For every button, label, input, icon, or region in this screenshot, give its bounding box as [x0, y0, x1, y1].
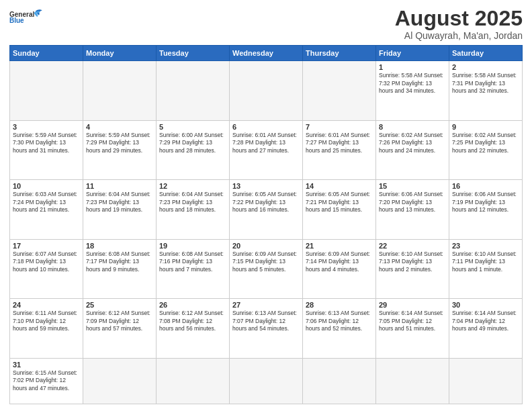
- day-info: Sunrise: 6:02 AM Sunset: 7:26 PM Dayligh…: [379, 132, 446, 154]
- day-number: 16: [452, 182, 519, 190]
- day-number: 26: [159, 301, 226, 309]
- calendar-week-5: 24Sunrise: 6:11 AM Sunset: 7:10 PM Dayli…: [10, 299, 523, 359]
- day-info: Sunrise: 6:03 AM Sunset: 7:24 PM Dayligh…: [13, 191, 80, 214]
- day-number: 29: [379, 301, 446, 309]
- calendar-cell: [303, 358, 376, 404]
- day-info: Sunrise: 6:08 AM Sunset: 7:16 PM Dayligh…: [159, 250, 226, 273]
- day-number: 13: [232, 182, 300, 190]
- day-number: 2: [452, 63, 519, 71]
- day-number: 10: [13, 182, 80, 190]
- calendar-cell: 4Sunrise: 5:59 AM Sunset: 7:29 PM Daylig…: [83, 120, 157, 180]
- calendar-cell: [157, 358, 230, 404]
- calendar-cell: 10Sunrise: 6:03 AM Sunset: 7:24 PM Dayli…: [10, 180, 83, 240]
- day-number: 27: [232, 301, 300, 309]
- calendar-table: SundayMondayTuesdayWednesdayThursdayFrid…: [9, 45, 523, 404]
- calendar-cell: [449, 358, 523, 404]
- day-number: 7: [306, 123, 373, 131]
- day-info: Sunrise: 6:09 AM Sunset: 7:15 PM Dayligh…: [232, 250, 300, 273]
- calendar-cell: 9Sunrise: 6:02 AM Sunset: 7:25 PM Daylig…: [449, 120, 523, 180]
- day-info: Sunrise: 6:01 AM Sunset: 7:28 PM Dayligh…: [232, 132, 300, 154]
- day-info: Sunrise: 6:15 AM Sunset: 7:02 PM Dayligh…: [13, 369, 80, 392]
- weekday-header-saturday: Saturday: [449, 46, 523, 61]
- day-number: 5: [159, 123, 226, 131]
- day-info: Sunrise: 6:07 AM Sunset: 7:18 PM Dayligh…: [13, 250, 80, 273]
- day-info: Sunrise: 6:00 AM Sunset: 7:29 PM Dayligh…: [159, 132, 226, 154]
- day-info: Sunrise: 5:58 AM Sunset: 7:31 PM Dayligh…: [452, 72, 519, 95]
- weekday-header-tuesday: Tuesday: [157, 46, 230, 61]
- calendar-cell: [303, 61, 376, 121]
- page: General Blue August 2025 Al Quwayrah, Ma…: [0, 0, 532, 411]
- day-number: 14: [306, 182, 373, 190]
- day-number: 25: [86, 301, 153, 309]
- calendar-cell: 19Sunrise: 6:08 AM Sunset: 7:16 PM Dayli…: [157, 239, 230, 299]
- calendar-cell: 21Sunrise: 6:09 AM Sunset: 7:14 PM Dayli…: [303, 239, 376, 299]
- calendar-cell: [10, 61, 83, 121]
- calendar-week-1: 1Sunrise: 5:58 AM Sunset: 7:32 PM Daylig…: [10, 61, 523, 121]
- day-info: Sunrise: 6:11 AM Sunset: 7:10 PM Dayligh…: [13, 310, 80, 332]
- day-info: Sunrise: 6:10 AM Sunset: 7:13 PM Dayligh…: [379, 250, 446, 273]
- calendar-cell: 16Sunrise: 6:06 AM Sunset: 7:19 PM Dayli…: [449, 180, 523, 240]
- calendar-cell: 22Sunrise: 6:10 AM Sunset: 7:13 PM Dayli…: [376, 239, 449, 299]
- calendar-cell: [83, 358, 157, 404]
- day-info: Sunrise: 6:01 AM Sunset: 7:27 PM Dayligh…: [306, 132, 373, 154]
- calendar-cell: 2Sunrise: 5:58 AM Sunset: 7:31 PM Daylig…: [449, 61, 523, 121]
- day-info: Sunrise: 6:10 AM Sunset: 7:11 PM Dayligh…: [452, 250, 519, 273]
- day-info: Sunrise: 6:14 AM Sunset: 7:04 PM Dayligh…: [452, 310, 519, 332]
- day-info: Sunrise: 6:06 AM Sunset: 7:19 PM Dayligh…: [452, 191, 519, 214]
- day-number: 31: [13, 361, 80, 369]
- day-info: Sunrise: 6:02 AM Sunset: 7:25 PM Dayligh…: [452, 132, 519, 154]
- calendar-cell: 26Sunrise: 6:12 AM Sunset: 7:08 PM Dayli…: [157, 299, 230, 359]
- calendar-cell: 18Sunrise: 6:08 AM Sunset: 7:17 PM Dayli…: [83, 239, 157, 299]
- calendar-cell: [376, 358, 449, 404]
- calendar-cell: 31Sunrise: 6:15 AM Sunset: 7:02 PM Dayli…: [10, 358, 83, 404]
- day-number: 18: [86, 242, 153, 250]
- day-number: 28: [306, 301, 373, 309]
- day-number: 4: [86, 123, 153, 131]
- header: General Blue August 2025 Al Quwayrah, Ma…: [9, 7, 523, 41]
- svg-text:Blue: Blue: [9, 17, 24, 24]
- day-info: Sunrise: 6:04 AM Sunset: 7:23 PM Dayligh…: [159, 191, 226, 214]
- day-info: Sunrise: 6:04 AM Sunset: 7:23 PM Dayligh…: [86, 191, 153, 214]
- day-number: 15: [379, 182, 446, 190]
- calendar-week-3: 10Sunrise: 6:03 AM Sunset: 7:24 PM Dayli…: [10, 180, 523, 240]
- day-info: Sunrise: 6:14 AM Sunset: 7:05 PM Dayligh…: [379, 310, 446, 332]
- day-number: 24: [13, 301, 80, 309]
- subtitle: Al Quwayrah, Ma'an, Jordan: [395, 30, 523, 41]
- calendar-cell: 20Sunrise: 6:09 AM Sunset: 7:15 PM Dayli…: [230, 239, 303, 299]
- weekday-header-wednesday: Wednesday: [230, 46, 303, 61]
- calendar-cell: 30Sunrise: 6:14 AM Sunset: 7:04 PM Dayli…: [449, 299, 523, 359]
- logo: General Blue: [9, 7, 43, 26]
- calendar-cell: 29Sunrise: 6:14 AM Sunset: 7:05 PM Dayli…: [376, 299, 449, 359]
- day-info: Sunrise: 6:05 AM Sunset: 7:21 PM Dayligh…: [306, 191, 373, 214]
- calendar-cell: 28Sunrise: 6:13 AM Sunset: 7:06 PM Dayli…: [303, 299, 376, 359]
- calendar-cell: 15Sunrise: 6:06 AM Sunset: 7:20 PM Dayli…: [376, 180, 449, 240]
- weekday-header-monday: Monday: [83, 46, 157, 61]
- day-number: 20: [232, 242, 300, 250]
- day-number: 17: [13, 242, 80, 250]
- calendar-week-2: 3Sunrise: 5:59 AM Sunset: 7:30 PM Daylig…: [10, 120, 523, 180]
- day-number: 8: [379, 123, 446, 131]
- day-info: Sunrise: 6:09 AM Sunset: 7:14 PM Dayligh…: [306, 250, 373, 273]
- day-number: 21: [306, 242, 373, 250]
- day-number: 22: [379, 242, 446, 250]
- main-title: August 2025: [395, 7, 523, 30]
- calendar-week-4: 17Sunrise: 6:07 AM Sunset: 7:18 PM Dayli…: [10, 239, 523, 299]
- day-number: 6: [232, 123, 300, 131]
- weekday-header-row: SundayMondayTuesdayWednesdayThursdayFrid…: [10, 46, 523, 61]
- calendar-cell: 12Sunrise: 6:04 AM Sunset: 7:23 PM Dayli…: [157, 180, 230, 240]
- calendar-cell: 24Sunrise: 6:11 AM Sunset: 7:10 PM Dayli…: [10, 299, 83, 359]
- calendar-cell: 8Sunrise: 6:02 AM Sunset: 7:26 PM Daylig…: [376, 120, 449, 180]
- calendar-cell: [230, 358, 303, 404]
- calendar-cell: 25Sunrise: 6:12 AM Sunset: 7:09 PM Dayli…: [83, 299, 157, 359]
- day-number: 9: [452, 123, 519, 131]
- day-info: Sunrise: 6:12 AM Sunset: 7:08 PM Dayligh…: [159, 310, 226, 332]
- day-info: Sunrise: 5:58 AM Sunset: 7:32 PM Dayligh…: [379, 72, 446, 95]
- day-info: Sunrise: 5:59 AM Sunset: 7:30 PM Dayligh…: [13, 132, 80, 154]
- calendar-cell: 7Sunrise: 6:01 AM Sunset: 7:27 PM Daylig…: [303, 120, 376, 180]
- calendar-cell: 23Sunrise: 6:10 AM Sunset: 7:11 PM Dayli…: [449, 239, 523, 299]
- title-block: August 2025 Al Quwayrah, Ma'an, Jordan: [395, 7, 523, 41]
- calendar-cell: 14Sunrise: 6:05 AM Sunset: 7:21 PM Dayli…: [303, 180, 376, 240]
- calendar-cell: 27Sunrise: 6:13 AM Sunset: 7:07 PM Dayli…: [230, 299, 303, 359]
- day-info: Sunrise: 5:59 AM Sunset: 7:29 PM Dayligh…: [86, 132, 153, 154]
- calendar-cell: [83, 61, 157, 121]
